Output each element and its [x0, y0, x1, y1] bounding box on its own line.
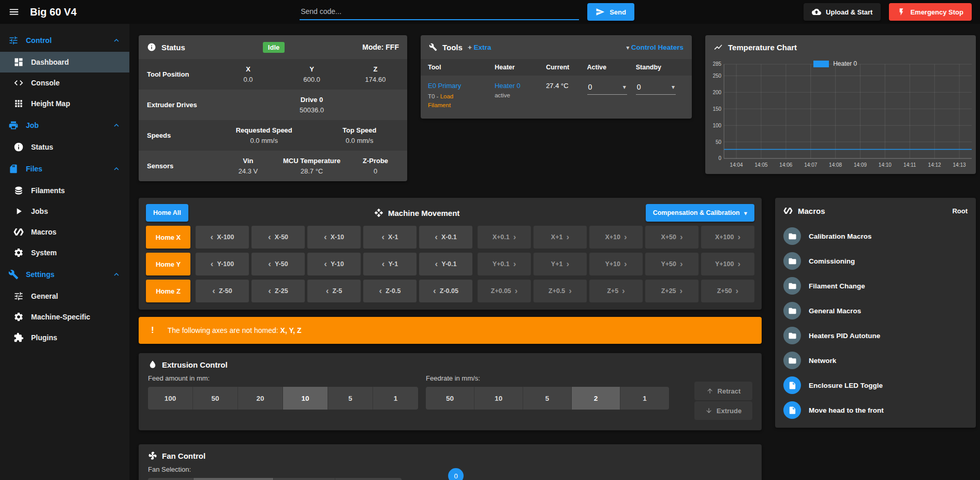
play-icon [13, 206, 24, 216]
sidebar-item[interactable]: Dashboard [0, 52, 129, 72]
jog-button[interactable]: Y-0.1 [419, 253, 472, 275]
macro-item[interactable]: Heaters PID Autotune [775, 323, 976, 348]
sidebar-section-files[interactable]: Files [0, 157, 129, 180]
fan-option-button[interactable]: Primary blower fan [194, 478, 274, 480]
jog-button[interactable]: Y+50 [645, 253, 699, 275]
jog-button[interactable]: Y-10 [307, 253, 361, 275]
feed-amount-button[interactable]: 100 [148, 387, 193, 410]
macro-item[interactable]: Enclosure LED Toggle [775, 373, 976, 398]
jog-button[interactable]: Z+50 [701, 280, 754, 302]
feedrate-button[interactable]: 1 [620, 387, 669, 410]
feedrate-button[interactable]: 50 [426, 387, 474, 410]
sidebar-item[interactable]: Plugins [0, 327, 129, 348]
hamburger-menu-icon[interactable] [8, 6, 20, 18]
control-heaters-link[interactable]: Control Heaters [626, 43, 684, 51]
compensation-calibration-button[interactable]: Compensation & Calibration ▾ [646, 204, 754, 222]
sidebar-item[interactable]: Height Map [0, 93, 129, 114]
jog-button[interactable]: Z+0.5 [533, 280, 587, 302]
feed-amount-button[interactable]: 50 [193, 387, 238, 410]
jog-button[interactable]: Y+100 [701, 253, 754, 275]
extra-link[interactable]: Extra [468, 43, 491, 51]
feed-amount-button[interactable]: 20 [238, 387, 283, 410]
send-code-input[interactable] [300, 4, 579, 20]
console-icon [13, 78, 24, 88]
home-y-button[interactable]: Home Y [146, 253, 190, 275]
macro-item[interactable]: Network [775, 348, 976, 373]
standby-temp-select[interactable]: 0 ▾ [636, 82, 676, 95]
emergency-stop-button[interactable]: Emergency Stop [889, 3, 972, 21]
fan-option-button[interactable]: Enclosure LED [335, 478, 402, 480]
jog-button[interactable]: Z+5 [589, 280, 643, 302]
svg-text:0: 0 [719, 156, 722, 162]
jog-button[interactable]: Z-50 [196, 280, 249, 302]
jog-button[interactable]: Z-0.5 [363, 280, 417, 302]
jog-button[interactable]: Z-25 [251, 280, 305, 302]
macro-item[interactable]: Comissioning [775, 249, 976, 273]
folder-icon [788, 356, 797, 365]
home-all-button[interactable]: Home All [146, 204, 188, 222]
sidebar-item[interactable]: Status [0, 137, 129, 157]
feed-amount-label: Feed amount in mm: [148, 374, 418, 382]
sidebar-section-job[interactable]: Job [0, 114, 129, 137]
jog-button[interactable]: X+10 [589, 226, 643, 249]
jog-button[interactable]: X+0.1 [478, 226, 531, 249]
extrude-button[interactable]: Extrude [694, 401, 752, 420]
jog-button[interactable]: X-100 [196, 226, 249, 249]
file-icon [788, 381, 797, 390]
jog-button[interactable]: Z-0.05 [419, 280, 472, 302]
sidebar-item[interactable]: Console [0, 72, 129, 93]
jog-button[interactable]: X+1 [533, 226, 587, 249]
feed-amount-button[interactable]: 5 [328, 387, 373, 410]
cloud-upload-icon [812, 7, 821, 17]
sidebar-item[interactable]: Filaments [0, 180, 129, 201]
jog-button[interactable]: Z-5 [307, 280, 361, 302]
feedrate-label: Feedrate in mm/s: [426, 374, 669, 382]
macro-item[interactable]: General Macros [775, 298, 976, 323]
tool-name-link[interactable]: E0 Primary [428, 82, 495, 90]
jog-button[interactable]: Y-100 [196, 253, 249, 275]
home-z-button[interactable]: Home Z [146, 280, 190, 302]
jog-button[interactable]: Z+0.05 [478, 280, 531, 302]
printer-icon [8, 120, 19, 130]
jog-button[interactable]: Y+1 [533, 253, 587, 275]
feed-amount-button[interactable]: 1 [373, 387, 418, 410]
tools-panel: Tools Extra Control Heaters ToolHeaterCu… [421, 35, 692, 119]
jog-button[interactable]: Y-50 [251, 253, 305, 275]
sidebar-item[interactable]: General [0, 286, 129, 307]
sidebar-section-settings[interactable]: Settings [0, 263, 129, 286]
send-button[interactable]: Send [587, 3, 634, 21]
macro-item[interactable]: Calibration Macros [775, 224, 976, 249]
jog-button[interactable]: Z+25 [645, 280, 699, 302]
active-temp-select[interactable]: 0 ▾ [587, 82, 627, 95]
jog-button[interactable]: X-1 [363, 226, 417, 249]
macro-item[interactable]: Filament Change [775, 273, 976, 298]
macro-item[interactable]: Move head to the front [775, 398, 976, 423]
feedrate-button[interactable]: 5 [523, 387, 572, 410]
jog-button[interactable]: X-10 [307, 226, 361, 249]
caret-down-icon: ▾ [672, 83, 675, 91]
sidebar-item[interactable]: System [0, 242, 129, 263]
jog-button[interactable]: Y+10 [589, 253, 643, 275]
jog-button[interactable]: X+50 [645, 226, 699, 249]
fan-option-button[interactable]: Tool Fan [148, 478, 194, 480]
gear-icon [13, 312, 24, 322]
fan-option-button[interactable]: Extruder LED [274, 478, 335, 480]
info-icon [147, 42, 156, 52]
heater-link[interactable]: Heater 0 [495, 82, 546, 90]
jog-button[interactable]: X+100 [701, 226, 754, 249]
feedrate-button[interactable]: 2 [572, 387, 620, 410]
jog-button[interactable]: Y-1 [363, 253, 417, 275]
jog-button[interactable]: X-50 [251, 226, 305, 249]
retract-button[interactable]: Retract [694, 382, 752, 400]
jog-button[interactable]: Y+0.1 [478, 253, 531, 275]
sd-icon [8, 164, 19, 174]
jog-button[interactable]: X-0.1 [419, 226, 472, 249]
upload-start-button[interactable]: Upload & Start [804, 3, 881, 21]
feed-amount-button[interactable]: 10 [283, 387, 328, 410]
feedrate-button[interactable]: 10 [474, 387, 523, 410]
home-x-button[interactable]: Home X [146, 226, 190, 249]
sidebar-item[interactable]: Macros [0, 222, 129, 242]
sidebar-section-control[interactable]: Control [0, 29, 129, 52]
sidebar-item[interactable]: Jobs [0, 201, 129, 222]
sidebar-item[interactable]: Machine-Specific [0, 307, 129, 327]
